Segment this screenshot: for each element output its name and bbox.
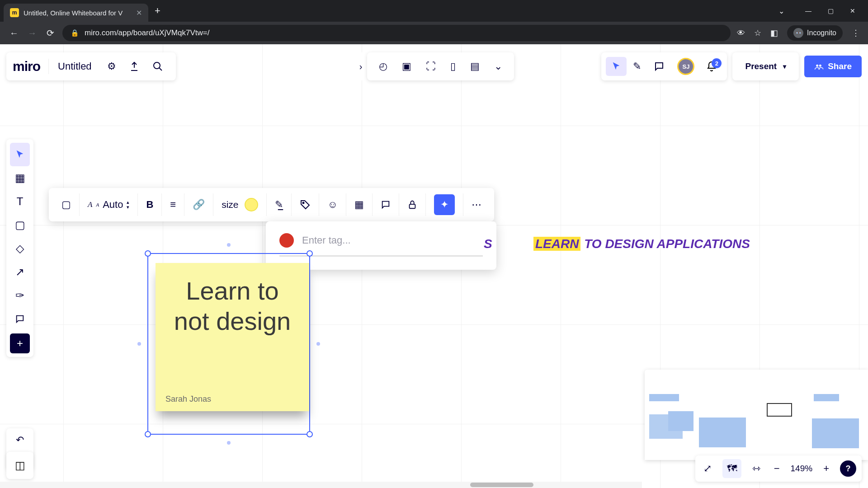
canvas-text-fragment[interactable]: S	[484, 237, 492, 251]
pen-tool[interactable]: ✑	[10, 284, 30, 307]
more-apps-icon[interactable]: ⌄	[487, 61, 509, 72]
incognito-label: Incognito	[807, 29, 836, 37]
window-maximize-icon[interactable]: ▢	[828, 7, 834, 14]
context-toolbar: ▢ AA Auto ▴▾ B ≡ 🔗 size ✎̲ ☺ ▦ ✦ ⋯	[49, 188, 494, 221]
settings-icon[interactable]: ⚙	[101, 61, 123, 72]
bookmark-star-icon[interactable]: ☆	[754, 28, 761, 38]
svg-point-3	[303, 202, 304, 204]
talktrack-icon[interactable]: ▯	[443, 61, 463, 72]
lock-icon: 🔒	[71, 29, 79, 37]
resize-handle-bl[interactable]	[145, 431, 151, 437]
note-type-picker[interactable]: ▢	[53, 193, 80, 216]
connector-dot-left[interactable]	[137, 342, 141, 346]
new-tab-button[interactable]: +	[155, 5, 160, 17]
help-button[interactable]: ?	[840, 460, 856, 477]
browser-toolbar: ← → ⟳ 🔒 miro.com/app/board/uXjVMqk7Vtw=/…	[0, 22, 868, 44]
svg-point-0	[154, 62, 160, 69]
board-header: miro Untitled ⚙	[6, 52, 176, 80]
cursor-tool-icon[interactable]	[606, 57, 627, 76]
estimation-icon[interactable]: ⛶	[419, 61, 443, 72]
eye-off-icon[interactable]: 👁	[737, 28, 745, 38]
forward-button[interactable]: →	[26, 28, 38, 38]
tag-input[interactable]	[302, 235, 483, 246]
user-avatar[interactable]: SJ	[671, 58, 701, 75]
svg-point-1	[816, 65, 818, 67]
horizontal-scrollbar[interactable]	[0, 482, 642, 488]
tab-overflow-icon[interactable]: ⌄	[778, 7, 784, 15]
lock-button[interactable]	[399, 193, 426, 216]
collapse-apps-icon[interactable]: ›	[355, 52, 366, 80]
zoom-in-button[interactable]: +	[821, 463, 832, 474]
kebab-menu-icon[interactable]: ⋮	[852, 28, 860, 38]
timer-icon[interactable]: ◴	[372, 61, 395, 72]
browser-tab-strip: m Untitled, Online Whiteboard for V ✕ + …	[0, 0, 868, 22]
connector-dot-bottom[interactable]	[227, 441, 231, 445]
apps-bar: ◴ ▣ ⛶ ▯ ▤ ⌄	[367, 52, 514, 80]
reactions-icon[interactable]: ✎	[627, 61, 647, 72]
side-panel-icon[interactable]: ◧	[770, 28, 778, 38]
sticky-note-tool[interactable]: ▢	[10, 213, 30, 237]
window-close-icon[interactable]: ✕	[850, 7, 855, 14]
highlight-button[interactable]: ✎̲	[267, 193, 292, 216]
font-size-control[interactable]: AA Auto ▴▾	[80, 193, 138, 216]
resize-handle-tl[interactable]	[145, 250, 151, 257]
highlighted-word: LEARN	[533, 237, 580, 251]
comments-icon[interactable]	[647, 61, 671, 72]
svg-rect-4	[410, 204, 415, 208]
board-title[interactable]: Untitled	[49, 61, 101, 72]
miro-logo[interactable]: miro	[13, 59, 49, 74]
align-button[interactable]: ≡	[162, 193, 184, 216]
comment-context-button[interactable]	[373, 193, 399, 216]
bold-button[interactable]: B	[138, 193, 162, 216]
notes-icon[interactable]: ▤	[463, 61, 487, 72]
fullscreen-icon[interactable]: ⤢	[701, 463, 714, 474]
share-button[interactable]: Share	[804, 56, 862, 77]
connection-tool[interactable]: ↗	[10, 260, 30, 284]
connector-dot-right[interactable]	[316, 342, 320, 346]
templates-tool[interactable]: ▦	[10, 166, 30, 190]
emoji-button[interactable]: ☺	[319, 193, 346, 216]
fit-width-icon[interactable]: ⇿	[750, 463, 763, 474]
minimap[interactable]	[645, 370, 868, 460]
sticky-note[interactable]: Learn to not design Sarah Jonas	[156, 263, 309, 411]
tag-color-swatch[interactable]	[279, 233, 294, 248]
layout-button[interactable]: ▦	[346, 193, 373, 216]
more-options-button[interactable]: ⋯	[463, 193, 490, 216]
miro-favicon: m	[10, 8, 19, 17]
zoom-out-button[interactable]: −	[771, 463, 783, 474]
canvas-text-learn-design[interactable]: LEARN TO DESIGN APPLICATIONS	[533, 237, 750, 251]
scrollbar-thumb[interactable]	[470, 483, 533, 487]
text-tool[interactable]: T	[10, 190, 30, 213]
browser-tab[interactable]: m Untitled, Online Whiteboard for V ✕	[4, 4, 148, 22]
voting-icon[interactable]: ▣	[395, 61, 419, 72]
minimap-toggle-icon[interactable]: 🗺	[722, 459, 741, 478]
present-button[interactable]: Present▾	[737, 61, 794, 71]
frames-panel-toggle[interactable]: ◫	[6, 452, 33, 479]
notifications-icon[interactable]: 2	[701, 61, 722, 72]
more-tools-button[interactable]: +	[10, 333, 30, 353]
connector-dot-top[interactable]	[227, 243, 231, 247]
resize-handle-br[interactable]	[307, 431, 313, 437]
shapes-tool[interactable]: ◇	[10, 237, 30, 260]
note-size-picker[interactable]: size	[213, 193, 267, 216]
address-bar[interactable]: 🔒 miro.com/app/board/uXjVMqk7Vtw=/	[62, 25, 731, 41]
export-icon[interactable]	[123, 61, 146, 72]
reload-button[interactable]: ⟳	[44, 28, 56, 38]
resize-handle-tr[interactable]	[307, 250, 313, 257]
search-icon[interactable]	[146, 61, 170, 72]
incognito-indicator[interactable]: 👓 Incognito	[787, 25, 843, 41]
ai-button[interactable]: ✦	[426, 193, 463, 216]
zoom-level[interactable]: 149%	[791, 464, 813, 474]
select-tool[interactable]	[10, 143, 30, 166]
window-minimize-icon[interactable]: —	[805, 7, 811, 14]
back-button[interactable]: ←	[8, 28, 20, 38]
close-tab-icon[interactable]: ✕	[136, 9, 142, 17]
undo-button[interactable]: ↶	[16, 431, 24, 449]
sticky-text[interactable]: Learn to not design	[165, 276, 299, 336]
comment-tool[interactable]	[10, 307, 30, 331]
tab-title: Untitled, Online Whiteboard for V	[24, 9, 132, 17]
link-button[interactable]: 🔗	[184, 193, 213, 216]
color-swatch-yellow	[245, 198, 258, 211]
incognito-icon: 👓	[793, 28, 803, 38]
tag-button[interactable]	[292, 193, 319, 216]
